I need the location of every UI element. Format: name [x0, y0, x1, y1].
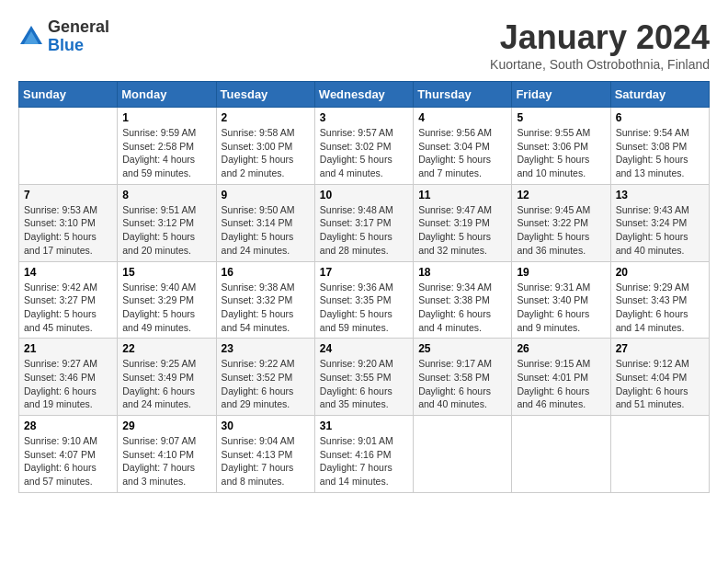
day-cell: 7Sunrise: 9:53 AMSunset: 3:10 PMDaylight…: [19, 184, 118, 261]
day-cell: 26Sunrise: 9:15 AMSunset: 4:01 PMDayligh…: [512, 339, 610, 416]
day-cell: 11Sunrise: 9:47 AMSunset: 3:19 PMDayligh…: [414, 184, 512, 261]
day-number: 5: [517, 111, 605, 124]
day-info: Sunrise: 9:15 AMSunset: 4:01 PMDaylight:…: [517, 357, 605, 411]
day-number: 30: [222, 419, 310, 432]
day-info: Sunrise: 9:48 AMSunset: 3:17 PMDaylight:…: [320, 203, 408, 258]
day-info: Sunrise: 9:59 AMSunset: 2:58 PMDaylight:…: [122, 126, 210, 180]
day-info: Sunrise: 9:31 AMSunset: 3:40 PMDaylight:…: [517, 281, 605, 335]
day-info: Sunrise: 9:58 AMSunset: 3:00 PMDaylight:…: [222, 126, 310, 180]
day-info: Sunrise: 9:53 AMSunset: 3:10 PMDaylight:…: [24, 203, 112, 258]
day-cell: [610, 416, 709, 493]
day-number: 4: [418, 111, 506, 124]
day-cell: 23Sunrise: 9:22 AMSunset: 3:52 PMDayligh…: [216, 339, 314, 416]
header-row: SundayMondayTuesdayWednesdayThursdayFrid…: [19, 82, 710, 108]
day-number: 12: [517, 189, 605, 201]
day-info: Sunrise: 9:27 AMSunset: 3:46 PMDaylight:…: [24, 357, 112, 411]
day-cell: 9Sunrise: 9:50 AMSunset: 3:14 PMDaylight…: [216, 184, 314, 261]
day-info: Sunrise: 9:40 AMSunset: 3:29 PMDaylight:…: [122, 281, 210, 335]
day-cell: 8Sunrise: 9:51 AMSunset: 3:12 PMDaylight…: [118, 184, 216, 261]
day-info: Sunrise: 9:12 AMSunset: 4:04 PMDaylight:…: [616, 357, 704, 411]
day-cell: 18Sunrise: 9:34 AMSunset: 3:38 PMDayligh…: [414, 261, 512, 339]
day-number: 24: [320, 342, 408, 355]
logo: General Blue: [18, 18, 109, 55]
week-row-1: 7Sunrise: 9:53 AMSunset: 3:10 PMDaylight…: [19, 184, 710, 261]
day-info: Sunrise: 9:45 AMSunset: 3:22 PMDaylight:…: [517, 203, 605, 258]
day-cell: 16Sunrise: 9:38 AMSunset: 3:32 PMDayligh…: [216, 261, 314, 339]
day-cell: 6Sunrise: 9:54 AMSunset: 3:08 PMDaylight…: [610, 108, 709, 185]
day-cell: 2Sunrise: 9:58 AMSunset: 3:00 PMDaylight…: [216, 108, 314, 185]
day-info: Sunrise: 9:01 AMSunset: 4:16 PMDaylight:…: [320, 434, 408, 488]
day-cell: 3Sunrise: 9:57 AMSunset: 3:02 PMDaylight…: [314, 108, 413, 185]
header-tuesday: Tuesday: [216, 82, 314, 108]
week-row-3: 21Sunrise: 9:27 AMSunset: 3:46 PMDayligh…: [19, 339, 710, 416]
day-number: 3: [320, 111, 408, 124]
day-info: Sunrise: 9:55 AMSunset: 3:06 PMDaylight:…: [517, 126, 605, 180]
week-row-4: 28Sunrise: 9:10 AMSunset: 4:07 PMDayligh…: [19, 416, 710, 493]
day-info: Sunrise: 9:38 AMSunset: 3:32 PMDaylight:…: [222, 281, 310, 335]
day-cell: 13Sunrise: 9:43 AMSunset: 3:24 PMDayligh…: [610, 184, 709, 261]
day-cell: 15Sunrise: 9:40 AMSunset: 3:29 PMDayligh…: [118, 261, 216, 339]
day-number: 22: [122, 342, 210, 355]
day-cell: 20Sunrise: 9:29 AMSunset: 3:43 PMDayligh…: [610, 261, 709, 339]
day-info: Sunrise: 9:04 AMSunset: 4:13 PMDaylight:…: [222, 434, 310, 488]
day-cell: 4Sunrise: 9:56 AMSunset: 3:04 PMDaylight…: [414, 108, 512, 185]
day-info: Sunrise: 9:20 AMSunset: 3:55 PMDaylight:…: [320, 357, 408, 411]
logo-text: General Blue: [48, 18, 109, 55]
calendar-header: SundayMondayTuesdayWednesdayThursdayFrid…: [19, 82, 710, 108]
day-info: Sunrise: 9:07 AMSunset: 4:10 PMDaylight:…: [122, 434, 210, 488]
day-number: 18: [418, 266, 506, 279]
day-number: 25: [418, 342, 506, 355]
day-number: 28: [24, 419, 112, 432]
page-header: General Blue January 2024 Kuortane, Sout…: [18, 18, 710, 72]
day-number: 8: [122, 189, 210, 201]
logo-blue: Blue: [48, 37, 109, 55]
header-saturday: Saturday: [610, 82, 709, 108]
day-info: Sunrise: 9:10 AMSunset: 4:07 PMDaylight:…: [24, 434, 112, 488]
day-cell: 19Sunrise: 9:31 AMSunset: 3:40 PMDayligh…: [512, 261, 610, 339]
logo-icon: [18, 24, 44, 50]
day-number: 29: [122, 419, 210, 432]
day-number: 23: [222, 342, 310, 355]
day-cell: 14Sunrise: 9:42 AMSunset: 3:27 PMDayligh…: [19, 261, 118, 339]
day-cell: 22Sunrise: 9:25 AMSunset: 3:49 PMDayligh…: [118, 339, 216, 416]
day-info: Sunrise: 9:36 AMSunset: 3:35 PMDaylight:…: [320, 281, 408, 335]
day-cell: 27Sunrise: 9:12 AMSunset: 4:04 PMDayligh…: [610, 339, 709, 416]
day-number: 27: [616, 342, 704, 355]
day-info: Sunrise: 9:54 AMSunset: 3:08 PMDaylight:…: [616, 126, 704, 180]
header-sunday: Sunday: [19, 82, 118, 108]
day-cell: 1Sunrise: 9:59 AMSunset: 2:58 PMDaylight…: [118, 108, 216, 185]
day-info: Sunrise: 9:50 AMSunset: 3:14 PMDaylight:…: [222, 203, 310, 258]
calendar-table: SundayMondayTuesdayWednesdayThursdayFrid…: [18, 81, 710, 493]
day-cell: [19, 108, 118, 185]
day-info: Sunrise: 9:43 AMSunset: 3:24 PMDaylight:…: [616, 203, 704, 258]
day-info: Sunrise: 9:34 AMSunset: 3:38 PMDaylight:…: [418, 281, 506, 335]
day-number: 1: [122, 111, 210, 124]
day-info: Sunrise: 9:47 AMSunset: 3:19 PMDaylight:…: [418, 203, 506, 258]
day-cell: 31Sunrise: 9:01 AMSunset: 4:16 PMDayligh…: [314, 416, 413, 493]
day-cell: 30Sunrise: 9:04 AMSunset: 4:13 PMDayligh…: [216, 416, 314, 493]
day-info: Sunrise: 9:57 AMSunset: 3:02 PMDaylight:…: [320, 126, 408, 180]
calendar-body: 1Sunrise: 9:59 AMSunset: 2:58 PMDaylight…: [19, 108, 710, 493]
day-number: 10: [320, 189, 408, 201]
calendar-title: January 2024: [490, 18, 710, 57]
day-number: 31: [320, 419, 408, 432]
calendar-subtitle: Kuortane, South Ostrobothnia, Finland: [490, 57, 710, 72]
day-number: 7: [24, 189, 112, 201]
day-number: 9: [222, 189, 310, 201]
week-row-2: 14Sunrise: 9:42 AMSunset: 3:27 PMDayligh…: [19, 261, 710, 339]
day-cell: [414, 416, 512, 493]
header-wednesday: Wednesday: [314, 82, 413, 108]
title-area: January 2024 Kuortane, South Ostrobothni…: [490, 18, 710, 72]
day-info: Sunrise: 9:25 AMSunset: 3:49 PMDaylight:…: [122, 357, 210, 411]
day-cell: 10Sunrise: 9:48 AMSunset: 3:17 PMDayligh…: [314, 184, 413, 261]
header-friday: Friday: [512, 82, 610, 108]
day-cell: 29Sunrise: 9:07 AMSunset: 4:10 PMDayligh…: [118, 416, 216, 493]
day-info: Sunrise: 9:42 AMSunset: 3:27 PMDaylight:…: [24, 281, 112, 335]
week-row-0: 1Sunrise: 9:59 AMSunset: 2:58 PMDaylight…: [19, 108, 710, 185]
day-cell: 12Sunrise: 9:45 AMSunset: 3:22 PMDayligh…: [512, 184, 610, 261]
day-number: 26: [517, 342, 605, 355]
header-monday: Monday: [118, 82, 216, 108]
day-info: Sunrise: 9:51 AMSunset: 3:12 PMDaylight:…: [122, 203, 210, 258]
day-info: Sunrise: 9:17 AMSunset: 3:58 PMDaylight:…: [418, 357, 506, 411]
day-number: 2: [222, 111, 310, 124]
